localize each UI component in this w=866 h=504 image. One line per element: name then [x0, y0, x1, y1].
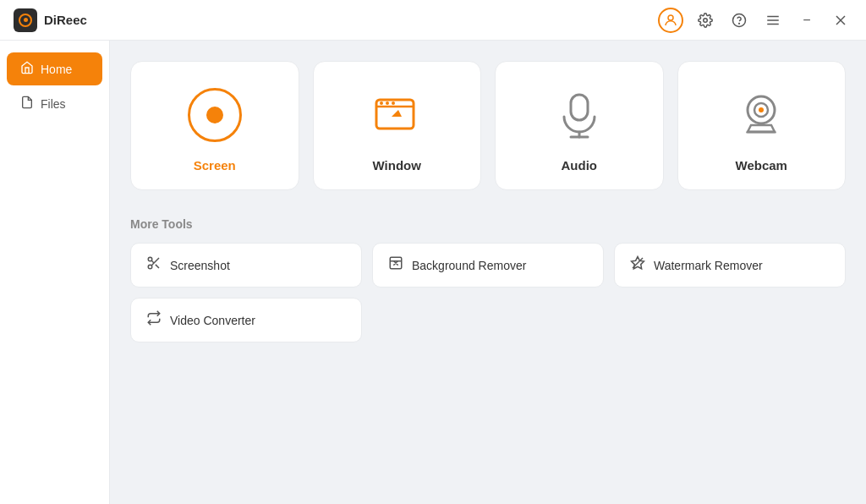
- svg-point-21: [148, 257, 152, 261]
- more-tools-title: More Tools: [130, 217, 846, 231]
- webcam-card[interactable]: Webcam: [677, 61, 847, 190]
- sidebar-item-files[interactable]: Files: [7, 87, 102, 120]
- sidebar-item-home[interactable]: Home: [7, 52, 102, 85]
- webcam-icon: [734, 88, 788, 142]
- tools-row-2: Video Converter: [130, 298, 846, 342]
- scissors-icon: [146, 255, 162, 275]
- watermark-remover-icon: [630, 255, 645, 275]
- window-icon: [370, 88, 424, 142]
- audio-card[interactable]: Audio: [495, 61, 664, 190]
- audio-icon-wrap: [550, 85, 609, 145]
- settings-icon[interactable]: [693, 8, 717, 32]
- svg-rect-14: [571, 95, 588, 120]
- title-bar-controls: −: [658, 8, 852, 33]
- screenshot-label: Screenshot: [170, 259, 230, 272]
- svg-point-19: [759, 107, 764, 112]
- webcam-icon-wrap: [732, 85, 791, 145]
- video-converter-icon: [146, 310, 162, 330]
- svg-line-24: [156, 265, 159, 268]
- svg-line-25: [151, 260, 154, 263]
- main-layout: Home Files Screen: [0, 41, 866, 504]
- watermark-remover-label: Watermark Remover: [654, 259, 763, 272]
- sidebar-home-label: Home: [41, 63, 72, 76]
- menu-icon[interactable]: [761, 8, 785, 32]
- svg-point-11: [380, 101, 383, 105]
- watermark-remover-tool[interactable]: Watermark Remover: [614, 243, 846, 288]
- close-button[interactable]: [829, 8, 852, 32]
- webcam-label: Webcam: [736, 158, 787, 173]
- svg-point-13: [392, 101, 395, 105]
- sidebar: Home Files: [0, 41, 110, 504]
- title-bar: DiReec: [0, 0, 866, 41]
- recording-cards: Screen Window: [130, 61, 846, 190]
- screen-icon-wrap: [185, 85, 244, 145]
- app-branding: DiReec: [14, 8, 87, 32]
- svg-point-22: [148, 265, 152, 269]
- window-label: Window: [373, 158, 421, 173]
- files-icon: [20, 96, 34, 112]
- background-remover-label: Background Remover: [412, 259, 526, 272]
- sidebar-files-label: Files: [41, 97, 66, 111]
- background-remover-tool[interactable]: Background Remover: [372, 243, 604, 288]
- home-icon: [20, 61, 34, 77]
- audio-icon: [552, 88, 606, 142]
- content-area: Screen Window: [110, 41, 866, 504]
- video-converter-label: Video Converter: [170, 314, 255, 327]
- video-converter-tool[interactable]: Video Converter: [130, 298, 362, 342]
- svg-point-0: [668, 15, 673, 20]
- audio-label: Audio: [562, 158, 598, 173]
- svg-point-1: [704, 18, 708, 22]
- tools-row-1: Screenshot Background Remover: [130, 243, 846, 288]
- minimize-button[interactable]: −: [795, 8, 819, 32]
- help-icon[interactable]: [727, 8, 751, 32]
- screen-record-icon: [188, 88, 242, 142]
- profile-icon[interactable]: [658, 8, 683, 33]
- window-icon-wrap: [367, 85, 426, 145]
- background-remover-icon: [388, 255, 403, 275]
- screen-card[interactable]: Screen: [130, 61, 299, 190]
- app-name: DiReec: [44, 13, 87, 27]
- svg-point-12: [386, 101, 389, 105]
- window-card[interactable]: Window: [313, 61, 482, 190]
- screen-label: Screen: [194, 158, 236, 173]
- app-logo: [14, 8, 37, 32]
- more-tools-section: More Tools Screenshot: [130, 217, 846, 342]
- screenshot-tool[interactable]: Screenshot: [130, 243, 362, 288]
